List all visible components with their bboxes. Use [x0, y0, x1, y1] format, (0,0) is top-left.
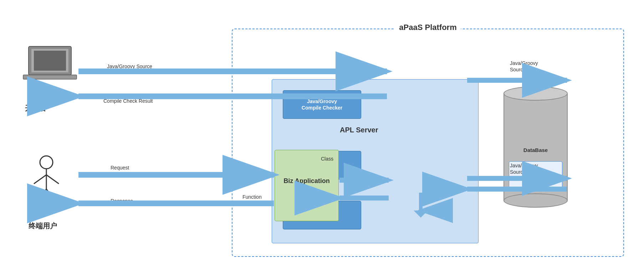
svg-line-7	[46, 175, 59, 184]
svg-line-8	[36, 189, 46, 203]
java-groovy-source-label: Java/Groovy Source	[107, 64, 152, 69]
database-cylinder: DataBase Java/GroovySource	[504, 86, 568, 208]
db-top	[504, 86, 568, 101]
developer-icon	[21, 43, 78, 89]
compile-checker-label: Java/GroovyCompile Checker	[302, 98, 342, 111]
class-label: Class	[321, 156, 333, 162]
java-groovy-source-db-label: Java/GroovySource	[510, 60, 538, 73]
db-label: DataBase	[504, 147, 568, 153]
biz-server-label: Biz Application Server	[275, 177, 338, 194]
database-container: DataBase Java/GroovySource	[500, 86, 571, 222]
compile-check-result-label: Compile Check Result	[103, 98, 153, 104]
db-bottom-ellipse	[504, 193, 568, 208]
apaas-platform-title: aPaaS Platform	[395, 23, 461, 32]
enduser-label: 终端用户	[29, 221, 57, 231]
diagram-container: aPaaS Platform APL Server Java/GroovyCom…	[0, 0, 644, 279]
svg-point-4	[40, 156, 53, 169]
svg-rect-3	[34, 51, 66, 71]
java-groovy-source2-label: Java/GroovySource	[510, 162, 538, 175]
call-function-label: CallFunction	[248, 168, 267, 181]
svg-line-9	[46, 189, 57, 203]
database-title: DataBase	[504, 147, 568, 153]
response-label: Response	[111, 198, 133, 204]
apaas-platform-box: aPaaS Platform APL Server Java/GroovyCom…	[232, 29, 624, 257]
enduser-icon	[29, 153, 64, 210]
svg-line-6	[34, 175, 46, 184]
apl-server-title: APL Server	[340, 126, 378, 134]
developer-label: 开发者	[25, 103, 46, 113]
compile-checker-box: Java/GroovyCompile Checker	[283, 90, 361, 119]
function-result-label: FunctionResult	[242, 194, 262, 207]
svg-rect-2	[23, 75, 77, 79]
request-label: Request	[111, 165, 129, 171]
